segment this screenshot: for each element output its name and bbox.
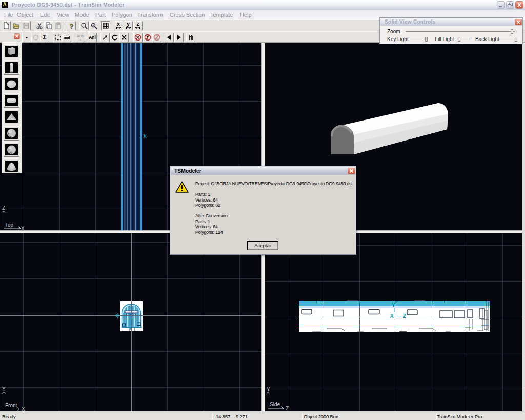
svg-text:Front: Front [5, 403, 17, 408]
svg-text:X: X [22, 406, 25, 411]
svg-text:X: X [390, 313, 394, 319]
svg-text:Top: Top [5, 222, 14, 228]
svg-text:Y: Y [2, 386, 6, 392]
svg-text:Z: Z [2, 205, 5, 211]
svg-text:Z: Z [286, 406, 289, 411]
svg-text:Y: Y [392, 302, 395, 308]
svg-text:X: X [21, 226, 25, 231]
svg-text:Side: Side [270, 402, 280, 407]
svg-text:Y: Y [267, 387, 270, 392]
svg-text:Z: Z [403, 313, 406, 319]
